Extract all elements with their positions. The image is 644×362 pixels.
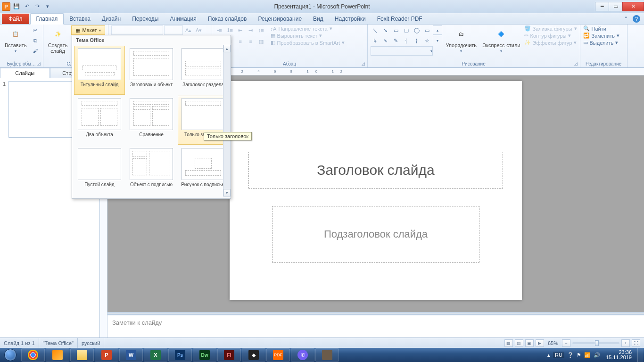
view-sorter-icon[interactable]: ▤ [515,339,523,347]
clipboard-dialog-icon[interactable]: ◿ [36,61,42,66]
taskbar-dreamweaver[interactable]: Dw [193,348,216,362]
taskbar-viber[interactable]: ✆ [291,348,314,362]
tray-volume-icon[interactable]: 🔊 [594,352,600,358]
shape-ellipse-icon[interactable]: ◯ [412,25,421,35]
gallery-scrollbar[interactable]: ▴ ▾ [223,45,231,197]
ribbon-minimize-icon[interactable]: ˄ [622,15,630,23]
layout-option[interactable]: Пустой слайд [74,146,125,195]
font-shrink-icon[interactable]: A▾ [194,25,204,35]
tab-addins[interactable]: Надстройки [329,14,372,24]
view-normal-icon[interactable]: ▦ [504,339,513,347]
tab-animations[interactable]: Анимация [164,14,202,24]
cut-icon[interactable]: ✂ [31,25,40,35]
close-button[interactable]: ✕ [622,2,644,11]
tab-design[interactable]: Дизайн [96,14,126,24]
taskbar-explorer[interactable] [70,348,94,362]
notes-pane[interactable]: Заметки к слайду [107,315,644,337]
text-direction-button[interactable]: ↕AНаправление текста ▾ [271,25,345,32]
scroll-up-icon[interactable]: ▴ [223,45,231,52]
scroll-down-icon[interactable]: ▾ [433,36,442,45]
layout-option[interactable]: Объект с подписью [126,146,177,195]
shapes-more-icon[interactable]: ▾ [371,46,433,56]
select-button[interactable]: ▭Выделить ▾ [583,40,619,46]
arrange-button[interactable]: 🗂 Упорядочить ▾ [444,25,479,54]
scroll-down-icon[interactable]: ▾ [223,189,231,197]
view-reading-icon[interactable]: ▣ [525,339,534,347]
layout-option[interactable]: Рисунок с подписью [178,146,229,195]
taskbar-powerpoint[interactable]: P [95,348,118,362]
tray-clock[interactable]: 23:36 15.11.2019 [603,350,635,360]
subtitle-placeholder[interactable]: Подзаголовок слайда [272,206,479,263]
shape-brace-icon[interactable]: { [402,36,411,45]
tray-help-icon[interactable]: ❔ [567,352,574,358]
view-slideshow-icon[interactable]: ▶ [536,339,544,347]
shape-fill-button[interactable]: 🪣Заливка фигуры ▾ [524,25,577,32]
fit-window-icon[interactable]: ⛶ [632,339,640,347]
tab-file[interactable]: Файл [2,14,29,24]
show-desktop-button[interactable] [637,348,643,362]
layout-option[interactable]: Титульный слайд [74,46,125,95]
replace-button[interactable]: 🔁Заменить ▾ [583,33,619,39]
zoom-in-icon[interactable]: + [621,339,630,347]
new-slide-button[interactable]: ✨ Создать слайд [46,25,70,55]
tray-network-icon[interactable]: 📶 [584,352,591,358]
tab-slideshow[interactable]: Показ слайдов [202,14,253,24]
bullets-icon[interactable]: •≡ [215,25,224,35]
shape-effects-button[interactable]: ✨Эффекты фигур ▾ [524,40,577,46]
minimize-button[interactable]: ━ [595,2,609,11]
font-size-combo[interactable] [164,25,183,35]
qat-customize-icon[interactable]: ▾ [43,2,52,11]
tab-review[interactable]: Рецензирование [252,14,307,24]
tab-transitions[interactable]: Переходы [126,14,164,24]
tab-insert[interactable]: Вставка [64,14,96,24]
format-painter-icon[interactable]: 🖌 [31,46,40,56]
taskbar-chrome[interactable] [21,348,45,362]
shape-rect-icon[interactable]: ▭ [391,25,401,35]
paste-button[interactable]: 📋 Вставить ▾ [3,25,29,54]
title-placeholder[interactable]: Заголовок слайда [248,152,503,189]
shape-outline-button[interactable]: ✏Контур фигуры ▾ [524,33,577,39]
panel-tab-slides[interactable]: Слайды [0,68,50,78]
taskbar-inkscape[interactable]: ◆ [242,348,265,362]
quick-styles-button[interactable]: 🔷 Экспресс-стили ▾ [480,25,522,54]
tab-home[interactable]: Главная [30,13,64,25]
line-spacing-icon[interactable]: ↕≡ [256,25,266,35]
taskbar-gimp[interactable] [315,348,339,362]
tray-language[interactable]: RU [553,352,564,358]
layout-button[interactable]: ▦ Макет ▾ [71,25,105,35]
scroll-up-icon[interactable]: ▴ [433,25,442,35]
font-grow-icon[interactable]: A▴ [184,25,193,35]
align-text-button[interactable]: ▦Выровнять текст ▾ [271,33,345,39]
tab-foxit[interactable]: Foxit Reader PDF [372,14,428,24]
qat-undo-icon[interactable]: ↶ [23,2,31,11]
start-button[interactable] [0,348,21,362]
shape-round-rect-icon[interactable]: ▢ [402,25,411,35]
taskbar-photoshop[interactable]: Ps [168,348,192,362]
tab-view[interactable]: Вид [307,14,329,24]
copy-icon[interactable]: ⧉ [31,36,40,45]
slide-canvas[interactable]: Заголовок слайда Подзаголовок слайда [230,81,522,300]
taskbar-mediaplayer[interactable] [46,348,69,362]
drawing-dialog-icon[interactable]: ◿ [573,61,579,66]
font-name-combo[interactable] [111,25,163,35]
shape-rect2-icon[interactable]: ▭ [422,25,432,35]
taskbar-excel[interactable]: X [144,348,167,362]
paragraph-dialog-icon[interactable]: ◿ [361,61,366,66]
layout-option[interactable]: Заголовок и объект [126,46,177,95]
taskbar-foxit[interactable]: PDF [266,348,290,362]
qat-save-icon[interactable]: 💾 [12,2,21,11]
indent-dec-icon[interactable]: ⇤ [236,25,245,35]
taskbar-flash[interactable]: Fl [217,348,241,362]
shape-line-icon[interactable]: ＼ [371,25,380,35]
help-icon[interactable]: ? [633,15,640,23]
justify-icon[interactable]: ≡ [246,37,256,46]
maximize-button[interactable]: ▭ [609,2,623,11]
tray-flag-icon[interactable]: ⚑ [577,352,581,358]
status-language[interactable]: русский [78,338,104,348]
align-right-icon[interactable]: ≡ [236,37,245,46]
shape-freeform-icon[interactable]: ✎ [391,36,401,45]
shape-arrow-icon[interactable]: ↘ [381,25,390,35]
layout-option[interactable]: Два объекта [74,96,125,145]
tray-show-hidden-icon[interactable]: ▴ [547,352,550,358]
indent-inc-icon[interactable]: ⇥ [246,25,256,35]
